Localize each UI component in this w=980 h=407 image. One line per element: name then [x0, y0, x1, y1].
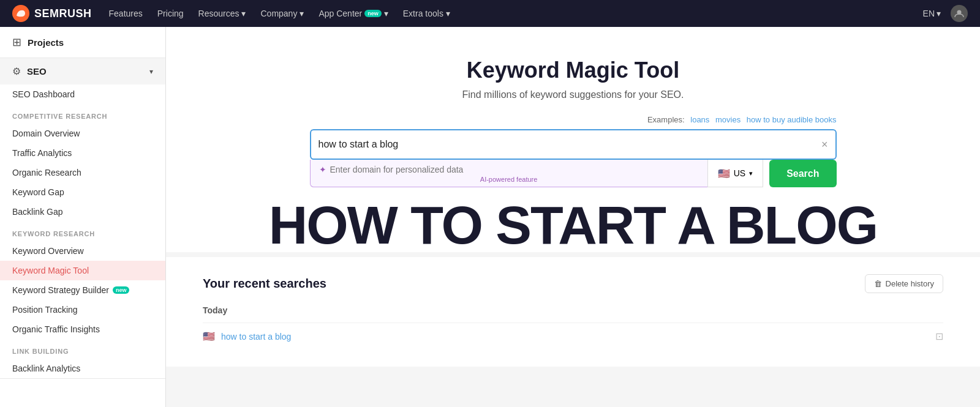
user-avatar[interactable] [951, 5, 968, 22]
search-area: Examples: loans movies how to buy audibl… [310, 115, 837, 187]
nav-features[interactable]: Features [109, 9, 143, 18]
sidebar-section-keyword: KEYWORD RESEARCH [0, 222, 165, 241]
sidebar-item-backlink-gap[interactable]: Backlink Gap [0, 202, 165, 222]
page-subtitle: Find millions of keyword suggestions for… [203, 89, 943, 100]
sidebar-seo-header[interactable]: ⚙ SEO ▾ [0, 58, 165, 84]
language-selector[interactable]: EN ▾ [923, 9, 941, 18]
domain-input[interactable] [330, 165, 699, 174]
search-input[interactable] [318, 130, 821, 159]
recent-searches-section: Your recent searches 🗑 Delete history To… [166, 257, 980, 367]
sidebar-item-position-tracking[interactable]: Position Tracking [0, 300, 165, 319]
topnav: SEMRUSH Features Pricing Resources ▾ Com… [0, 0, 980, 27]
nav-resources[interactable]: Resources ▾ [198, 9, 246, 18]
sidebar-projects[interactable]: ⊞ Projects [0, 27, 165, 58]
ai-powered-label: AI-powered feature [311, 176, 707, 187]
topnav-right: EN ▾ [923, 5, 968, 22]
recent-item-delete-icon[interactable]: ⊡ [935, 330, 943, 342]
app-layout: ⊞ Projects ⚙ SEO ▾ SEO Dashboard COMPETI… [0, 27, 980, 407]
sidebar-item-keyword-overview[interactable]: Keyword Overview [0, 241, 165, 261]
domain-input-wrapper: ✦ AI-powered feature [310, 160, 707, 187]
recent-search-item: 🇺🇸 how to start a blog ⊡ [203, 323, 943, 349]
sidebar-item-keyword-gap[interactable]: Keyword Gap [0, 182, 165, 202]
country-chevron-icon: ▾ [749, 170, 753, 177]
sidebar-item-keyword-strategy-builder[interactable]: Keyword Strategy Builder new [0, 280, 165, 300]
page-title: Keyword Magic Tool [203, 58, 943, 83]
sidebar-item-organic-research[interactable]: Organic Research [0, 163, 165, 182]
nav-app-center[interactable]: App Center new ▾ [318, 9, 388, 18]
sidebar-item-backlink-analytics[interactable]: Backlink Analytics [0, 359, 165, 378]
seo-icon: ⚙ [12, 65, 21, 77]
sidebar: ⊞ Projects ⚙ SEO ▾ SEO Dashboard COMPETI… [0, 27, 166, 407]
nav-company[interactable]: Company ▾ [260, 9, 304, 18]
sidebar-section-competitive: COMPETITIVE RESEARCH [0, 104, 165, 124]
sidebar-section-link-building: LINK BUILDING [0, 339, 165, 359]
seo-chevron-icon: ▾ [149, 67, 153, 76]
country-selector[interactable]: 🇺🇸 US ▾ [707, 160, 763, 187]
today-label: Today [203, 305, 943, 315]
ai-sparkle-icon: ✦ [319, 165, 326, 174]
clear-search-icon[interactable]: × [821, 138, 828, 151]
logo-text: SEMRUSH [34, 7, 92, 20]
big-keyword-text: HOW TO START A BLOG [203, 198, 943, 252]
sidebar-item-domain-overview[interactable]: Domain Overview [0, 124, 165, 143]
keyword-strategy-badge: new [113, 286, 130, 294]
recent-title: Your recent searches [203, 277, 326, 291]
examples-label: Examples: [647, 115, 685, 124]
nav-pricing[interactable]: Pricing [157, 9, 184, 18]
recent-header: Your recent searches 🗑 Delete history [203, 274, 943, 293]
app-center-badge: new [364, 10, 382, 17]
example-movies[interactable]: movies [715, 115, 741, 124]
search-input-row: × [310, 129, 837, 160]
main-content: Keyword Magic Tool Find millions of keyw… [166, 27, 980, 407]
nav-extra-tools[interactable]: Extra tools ▾ [403, 9, 450, 18]
sidebar-projects-label: Projects [28, 37, 64, 48]
sidebar-seo-section: ⚙ SEO ▾ SEO Dashboard COMPETITIVE RESEAR… [0, 58, 165, 379]
search-button[interactable]: Search [769, 160, 836, 187]
recent-item-flag: 🇺🇸 [203, 330, 215, 342]
example-audible[interactable]: how to buy audible books [747, 115, 837, 124]
projects-icon: ⊞ [12, 35, 21, 49]
delete-history-label: Delete history [886, 279, 934, 288]
user-icon [954, 9, 964, 18]
country-code: US [734, 168, 745, 178]
sidebar-item-organic-traffic-insights[interactable]: Organic Traffic Insights [0, 319, 165, 339]
recent-item-left: 🇺🇸 how to start a blog [203, 330, 291, 342]
topnav-links: Features Pricing Resources ▾ Company ▾ A… [109, 9, 906, 18]
example-loans[interactable]: loans [690, 115, 709, 124]
sidebar-seo-dashboard[interactable]: SEO Dashboard [0, 84, 165, 104]
trash-icon: 🗑 [874, 279, 882, 288]
delete-history-button[interactable]: 🗑 Delete history [865, 274, 943, 293]
examples-row: Examples: loans movies how to buy audibl… [310, 115, 837, 124]
sidebar-item-keyword-magic-tool[interactable]: Keyword Magic Tool [0, 261, 165, 280]
us-flag-icon: 🇺🇸 [718, 168, 730, 179]
sidebar-seo-label: SEO [27, 66, 47, 77]
semrush-logo-icon [12, 5, 29, 22]
hero-section: Keyword Magic Tool Find millions of keyw… [166, 27, 980, 252]
logo[interactable]: SEMRUSH [12, 5, 92, 22]
recent-item-query[interactable]: how to start a blog [221, 332, 291, 342]
sidebar-item-traffic-analytics[interactable]: Traffic Analytics [0, 143, 165, 163]
